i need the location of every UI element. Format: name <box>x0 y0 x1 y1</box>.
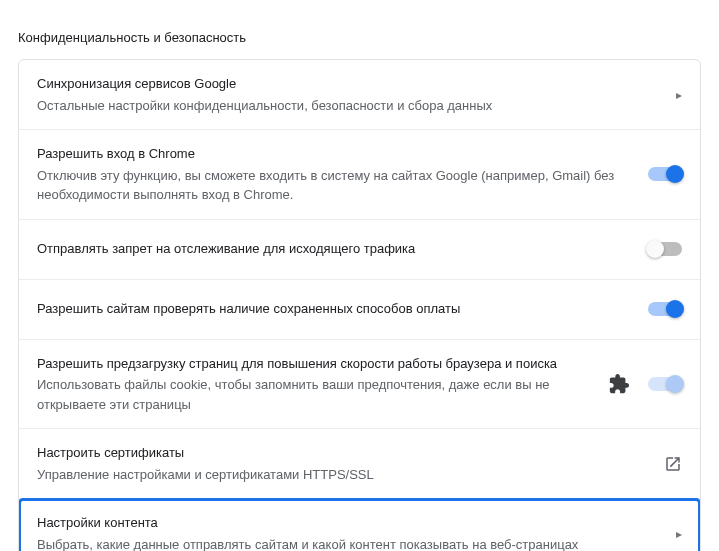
row-desc: Выбрать, какие данные отправлять сайтам … <box>37 535 660 552</box>
row-title: Разрешить сайтам проверять наличие сохра… <box>37 299 632 319</box>
row-title: Разрешить вход в Chrome <box>37 144 632 164</box>
payment-check-toggle[interactable] <box>648 302 682 316</box>
do-not-track-toggle[interactable] <box>648 242 682 256</box>
row-desc: Отключив эту функцию, вы сможете входить… <box>37 166 632 205</box>
privacy-panel: Синхронизация сервисов Google Остальные … <box>18 59 701 551</box>
allow-chrome-signin-row: Разрешить вход в Chrome Отключив эту фун… <box>19 130 700 220</box>
sync-google-services-row[interactable]: Синхронизация сервисов Google Остальные … <box>19 60 700 130</box>
row-desc: Использовать файлы cookie, чтобы запомни… <box>37 375 592 414</box>
extension-icon <box>608 373 630 395</box>
content-settings-row[interactable]: Настройки контента Выбрать, какие данные… <box>19 499 700 551</box>
do-not-track-row: Отправлять запрет на отслеживание для ис… <box>19 220 700 280</box>
section-title: Конфиденциальность и безопасность <box>18 16 701 59</box>
row-desc: Остальные настройки конфиденциальности, … <box>37 96 660 116</box>
row-desc: Управление настройками и сертификатами H… <box>37 465 648 485</box>
row-title: Настройки контента <box>37 513 660 533</box>
allow-chrome-signin-toggle[interactable] <box>648 167 682 181</box>
row-title: Отправлять запрет на отслеживание для ис… <box>37 239 632 259</box>
chevron-right-icon <box>676 526 682 541</box>
row-title: Синхронизация сервисов Google <box>37 74 660 94</box>
open-external-icon <box>664 455 682 473</box>
row-title: Разрешить предзагрузку страниц для повыш… <box>37 354 592 374</box>
preload-pages-row: Разрешить предзагрузку страниц для повыш… <box>19 340 700 430</box>
payment-check-row: Разрешить сайтам проверять наличие сохра… <box>19 280 700 340</box>
preload-pages-toggle[interactable] <box>648 377 682 391</box>
row-title: Настроить сертификаты <box>37 443 648 463</box>
manage-certificates-row[interactable]: Настроить сертификаты Управление настрой… <box>19 429 700 499</box>
chevron-right-icon <box>676 87 682 102</box>
